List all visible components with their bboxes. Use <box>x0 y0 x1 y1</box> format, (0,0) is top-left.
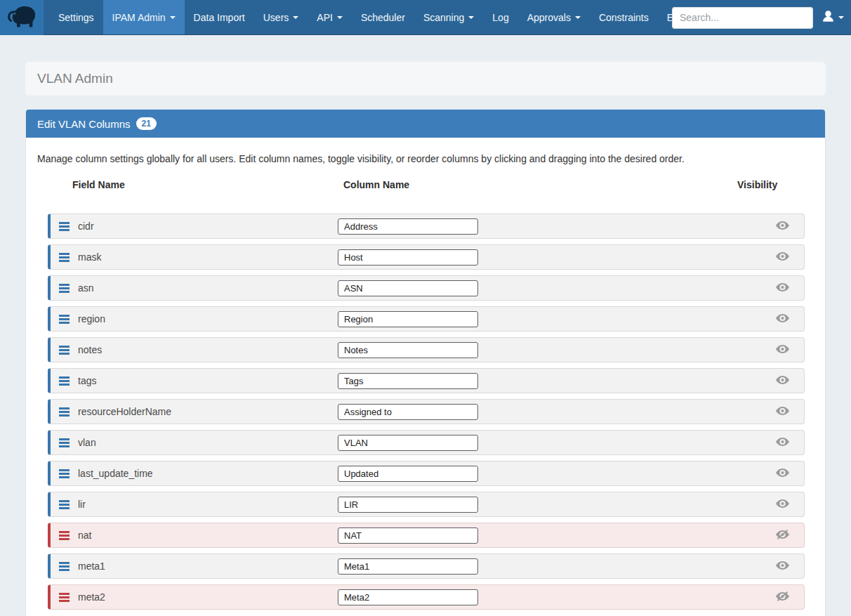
navbar-item-data-import[interactable]: Data Import <box>185 0 254 34</box>
drag-handle-icon[interactable] <box>51 562 78 571</box>
drag-handle-icon[interactable] <box>51 438 78 447</box>
visibility-toggle[interactable] <box>776 499 789 511</box>
navbar-item-label: API <box>317 12 333 23</box>
navbar-item-label: Approvals <box>527 12 571 23</box>
column-row-last_update_time[interactable]: last_update_time <box>48 461 805 486</box>
navbar-item-label: IPAM Admin <box>112 12 166 23</box>
navbar-item-label: Constraints <box>599 12 649 23</box>
eye-icon <box>776 313 789 325</box>
navbar-item-api[interactable]: API <box>308 0 352 34</box>
edit-vlan-columns-panel: Edit VLAN Columns 21 Manage column setti… <box>25 110 826 616</box>
drag-handle-icon[interactable] <box>51 284 78 293</box>
navbar-item-scheduler[interactable]: Scheduler <box>352 0 414 34</box>
visibility-toggle[interactable] <box>776 437 789 449</box>
column-headers: Field Name Column Name Visibility <box>26 179 825 192</box>
visibility-toggle[interactable] <box>776 375 789 387</box>
user-menu[interactable] <box>822 10 844 25</box>
field-name-label: notes <box>78 344 338 355</box>
drag-handle-icon[interactable] <box>51 407 78 417</box>
column-row-notes[interactable]: notes <box>48 337 805 362</box>
drag-handle-icon[interactable] <box>51 500 78 509</box>
drag-handle-icon[interactable] <box>51 253 78 262</box>
column-row-lir[interactable]: lir <box>48 492 805 517</box>
chevron-down-icon <box>293 16 298 19</box>
field-name-header: Field Name <box>72 179 125 190</box>
drag-handle-icon[interactable] <box>51 346 78 355</box>
navbar-item-settings[interactable]: Settings <box>49 0 103 34</box>
panel-title: Edit VLAN Columns <box>37 118 131 130</box>
column-name-input[interactable] <box>338 497 478 513</box>
visibility-toggle[interactable] <box>776 344 789 356</box>
navbar-item-constraints[interactable]: Constraints <box>590 0 658 34</box>
field-name-label: asn <box>78 282 338 294</box>
visibility-toggle[interactable] <box>776 282 789 294</box>
visibility-toggle[interactable] <box>776 406 789 418</box>
main-content: VLAN Admin Edit VLAN Columns 21 Manage c… <box>25 62 826 616</box>
navbar: Settings IPAM Admin Data Import Users AP… <box>0 0 851 35</box>
field-name-label: cidr <box>78 221 338 232</box>
visibility-toggle[interactable] <box>776 251 789 263</box>
drag-handle-icon[interactable] <box>51 222 78 231</box>
field-name-label: meta2 <box>78 591 338 603</box>
navbar-item-log[interactable]: Log <box>483 0 517 34</box>
column-name-input[interactable] <box>338 249 478 266</box>
column-name-input[interactable] <box>338 218 478 235</box>
column-row-cidr[interactable]: cidr <box>48 214 805 239</box>
column-name-input[interactable] <box>338 527 478 544</box>
drag-handle-icon[interactable] <box>51 376 78 386</box>
visibility-toggle[interactable] <box>776 529 789 542</box>
field-name-label: tags <box>78 375 338 386</box>
column-name-input[interactable] <box>338 342 478 358</box>
navbar-item-approvals[interactable]: Approvals <box>518 0 590 34</box>
column-row-asn[interactable]: asn <box>48 275 805 301</box>
column-count-badge: 21 <box>136 117 157 130</box>
search-group <box>672 7 813 29</box>
field-name-label: region <box>78 313 338 325</box>
eye-icon <box>776 282 789 294</box>
eye-icon <box>776 561 789 572</box>
field-name-label: resourceHolderName <box>78 406 338 417</box>
visibility-toggle[interactable] <box>776 591 789 604</box>
visibility-toggle[interactable] <box>776 468 789 480</box>
chevron-down-icon <box>468 16 474 19</box>
rows-list: cidr mask <box>26 214 825 610</box>
search-input[interactable] <box>673 8 813 28</box>
eye-icon <box>776 251 789 263</box>
visibility-toggle[interactable] <box>776 221 789 232</box>
column-name-input[interactable] <box>338 435 478 451</box>
navbar-item-label: Settings <box>58 12 94 23</box>
panel-header: Edit VLAN Columns 21 <box>26 110 825 138</box>
column-row-nat[interactable]: nat <box>48 523 805 548</box>
column-name-input[interactable] <box>338 404 478 420</box>
eye-icon <box>776 499 789 511</box>
field-name-label: nat <box>78 530 338 541</box>
user-icon <box>822 10 835 25</box>
column-row-meta1[interactable]: meta1 <box>48 553 805 579</box>
visibility-toggle[interactable] <box>776 313 789 325</box>
chevron-down-icon <box>170 16 176 19</box>
navbar-item-label: Log <box>492 12 508 23</box>
column-name-input[interactable] <box>338 558 478 575</box>
column-row-region[interactable]: region <box>48 306 805 332</box>
column-name-input[interactable] <box>338 311 478 327</box>
drag-handle-icon[interactable] <box>51 469 78 478</box>
column-name-input[interactable] <box>338 466 478 482</box>
navbar-item-ipam-admin[interactable]: IPAM Admin <box>103 0 185 34</box>
field-name-label: last_update_time <box>78 468 338 479</box>
column-name-input[interactable] <box>338 373 478 389</box>
drag-handle-icon[interactable] <box>51 593 78 602</box>
column-row-mask[interactable]: mask <box>48 244 805 270</box>
column-row-tags[interactable]: tags <box>48 368 805 393</box>
navbar-item-scanning[interactable]: Scanning <box>414 0 483 34</box>
navbar-item-users[interactable]: Users <box>254 0 308 34</box>
app-logo[interactable] <box>0 0 44 35</box>
column-row-meta2[interactable]: meta2 <box>48 584 805 610</box>
column-row-resourceHolderName[interactable]: resourceHolderName <box>48 399 805 424</box>
drag-handle-icon[interactable] <box>51 315 78 324</box>
column-row-vlan[interactable]: vlan <box>48 430 805 455</box>
column-name-input[interactable] <box>338 589 478 605</box>
visibility-toggle[interactable] <box>776 561 789 572</box>
column-name-header: Column Name <box>343 179 409 190</box>
drag-handle-icon[interactable] <box>51 531 78 540</box>
column-name-input[interactable] <box>338 280 478 296</box>
